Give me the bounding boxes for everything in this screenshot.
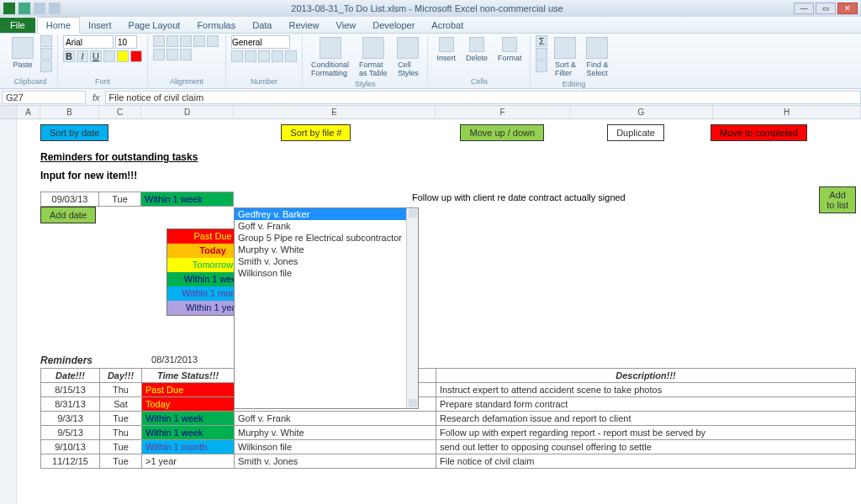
underline-icon[interactable]: U bbox=[90, 50, 102, 62]
comma-icon[interactable] bbox=[258, 50, 270, 62]
cell-description[interactable]: Follow up with expert regarding report -… bbox=[436, 426, 856, 440]
select-all-corner[interactable] bbox=[0, 106, 17, 118]
cell-file[interactable]: Goff v. Frank bbox=[235, 412, 436, 426]
name-box[interactable]: G27 bbox=[2, 91, 86, 104]
sort-by-date-button[interactable]: Sort by date bbox=[40, 124, 108, 141]
close-button[interactable]: ✕ bbox=[837, 3, 858, 14]
cell-description[interactable]: send out letter to opposing counsel offe… bbox=[436, 440, 856, 454]
new-item-day[interactable]: Tue bbox=[99, 192, 141, 207]
merge-icon[interactable] bbox=[180, 49, 192, 60]
font-size-input[interactable] bbox=[115, 35, 137, 49]
tab-view[interactable]: View bbox=[328, 18, 365, 33]
cell-day[interactable]: Tue bbox=[100, 412, 142, 426]
cell-date[interactable]: 11/12/15 bbox=[41, 454, 100, 469]
sort-filter-button[interactable]: Sort & Filter bbox=[551, 35, 579, 79]
cell-day[interactable]: Tue bbox=[100, 440, 142, 454]
col-g[interactable]: G bbox=[570, 106, 713, 118]
table-row[interactable]: 9/5/13ThuWithin 1 weekMurphy v. WhiteFol… bbox=[41, 426, 856, 440]
border-icon[interactable] bbox=[103, 50, 115, 62]
cut-icon[interactable] bbox=[40, 35, 52, 47]
font-name-input[interactable] bbox=[63, 35, 114, 49]
tab-review[interactable]: Review bbox=[280, 18, 327, 33]
format-cells-button[interactable]: Format bbox=[494, 35, 526, 64]
add-date-button[interactable]: Add date bbox=[40, 207, 96, 223]
sort-by-file-button[interactable]: Sort by file # bbox=[281, 124, 351, 141]
tab-acrobat[interactable]: Acrobat bbox=[423, 18, 472, 33]
file-option[interactable]: Smith v. Jones bbox=[235, 255, 418, 267]
cell-day[interactable]: Thu bbox=[100, 383, 142, 397]
save-icon[interactable] bbox=[18, 3, 30, 14]
conditional-formatting-button[interactable]: Conditional Formatting bbox=[308, 35, 352, 79]
align-mid-icon[interactable] bbox=[166, 35, 178, 47]
move-up-down-button[interactable]: Move up / down bbox=[460, 124, 544, 141]
file-option[interactable]: Murphy v. White bbox=[235, 244, 418, 255]
cell-file[interactable]: Smith v. Jones bbox=[235, 454, 436, 469]
insert-cells-button[interactable]: Insert bbox=[433, 35, 459, 64]
cell-description[interactable]: Research defamation issue and report to … bbox=[436, 412, 856, 426]
align-center-icon[interactable] bbox=[153, 49, 165, 60]
tab-formulas[interactable]: Formulas bbox=[188, 18, 244, 33]
tab-data[interactable]: Data bbox=[244, 18, 280, 33]
number-format-select[interactable] bbox=[231, 35, 290, 49]
tab-insert[interactable]: Insert bbox=[80, 18, 120, 33]
new-item-status[interactable]: Within 1 week bbox=[141, 192, 234, 207]
new-item-date[interactable]: 09/03/13 bbox=[40, 192, 99, 207]
cell-date[interactable]: 8/31/13 bbox=[41, 397, 100, 412]
find-select-button[interactable]: Find & Select bbox=[583, 35, 611, 79]
cell-file[interactable]: Wilkinson file bbox=[235, 440, 436, 454]
undo-icon[interactable] bbox=[34, 3, 45, 14]
cell-day[interactable]: Thu bbox=[100, 426, 142, 440]
cell-date[interactable]: 9/10/13 bbox=[41, 440, 100, 454]
format-painter-icon[interactable] bbox=[40, 60, 52, 72]
currency-icon[interactable] bbox=[231, 50, 243, 62]
cell-time-status[interactable]: Within 1 week bbox=[142, 412, 235, 426]
tab-developer[interactable]: Developer bbox=[364, 18, 423, 33]
cell-description[interactable]: File notice of civil claim bbox=[436, 454, 856, 469]
tab-page-layout[interactable]: Page Layout bbox=[120, 18, 189, 33]
bold-icon[interactable]: B bbox=[63, 50, 75, 62]
autosum-icon[interactable]: Σ bbox=[536, 35, 547, 47]
dropdown-scrollbar[interactable] bbox=[406, 208, 418, 408]
col-d[interactable]: D bbox=[141, 106, 234, 118]
file-option[interactable]: Goff v. Frank bbox=[235, 220, 418, 232]
new-item-followup[interactable]: Follow up with client re date contract a… bbox=[412, 192, 626, 202]
cell-description[interactable]: Instruct expert to attend accident scene… bbox=[436, 383, 856, 397]
row-headers[interactable] bbox=[0, 119, 17, 504]
cell-date[interactable]: 8/15/13 bbox=[41, 383, 100, 397]
paste-button[interactable]: Paste bbox=[8, 35, 37, 71]
format-as-table-button[interactable]: Format as Table bbox=[356, 35, 390, 79]
cell-styles-button[interactable]: Cell Styles bbox=[394, 35, 422, 79]
file-option[interactable]: Group 5 Pipe re Electrical subcontractor bbox=[235, 232, 418, 244]
duplicate-button[interactable]: Duplicate bbox=[607, 124, 664, 141]
fx-icon[interactable]: fx bbox=[87, 92, 105, 102]
file-option[interactable]: Wilkinson file bbox=[235, 267, 418, 279]
worksheet[interactable]: Sort by date Sort by file # Move up / do… bbox=[0, 119, 861, 504]
cell-day[interactable]: Tue bbox=[100, 454, 142, 469]
formula-input[interactable]: File notice of civil claim bbox=[105, 91, 861, 104]
col-b[interactable]: B bbox=[40, 106, 99, 118]
file-dropdown[interactable]: Gedfrey v. Barker Goff v. Frank Group 5 … bbox=[234, 207, 419, 409]
align-right-icon[interactable] bbox=[166, 49, 178, 60]
cell-time-status[interactable]: Past Due bbox=[142, 383, 235, 397]
cell-date[interactable]: 9/5/13 bbox=[41, 426, 100, 440]
table-row[interactable]: 11/12/15Tue>1 yearSmith v. JonesFile not… bbox=[41, 454, 856, 469]
font-color-icon[interactable] bbox=[130, 50, 142, 62]
redo-icon[interactable] bbox=[49, 3, 61, 14]
table-row[interactable]: 9/10/13TueWithin 1 monthWilkinson filese… bbox=[41, 440, 856, 454]
col-date-header[interactable]: Date!!! bbox=[41, 369, 100, 383]
col-a[interactable]: A bbox=[17, 106, 40, 118]
table-row[interactable]: 8/15/13ThuPast DueGedfrey v. BarkerInstr… bbox=[41, 383, 856, 397]
clear-icon[interactable] bbox=[536, 60, 547, 72]
delete-cells-button[interactable]: Delete bbox=[462, 35, 491, 64]
cell-time-status[interactable]: Today bbox=[142, 397, 235, 412]
percent-icon[interactable] bbox=[245, 50, 256, 62]
cell-time-status[interactable]: >1 year bbox=[142, 454, 235, 469]
cell-day[interactable]: Sat bbox=[100, 397, 142, 412]
col-h[interactable]: H bbox=[713, 106, 861, 118]
maximize-button[interactable]: ▭ bbox=[816, 3, 836, 14]
cell-date[interactable]: 9/3/13 bbox=[41, 412, 100, 426]
table-row[interactable]: 9/3/13TueWithin 1 weekGoff v. FrankResea… bbox=[41, 412, 856, 426]
file-tab[interactable]: File bbox=[0, 18, 35, 33]
inc-dec-icon[interactable] bbox=[272, 50, 283, 62]
col-e[interactable]: E bbox=[234, 106, 436, 118]
